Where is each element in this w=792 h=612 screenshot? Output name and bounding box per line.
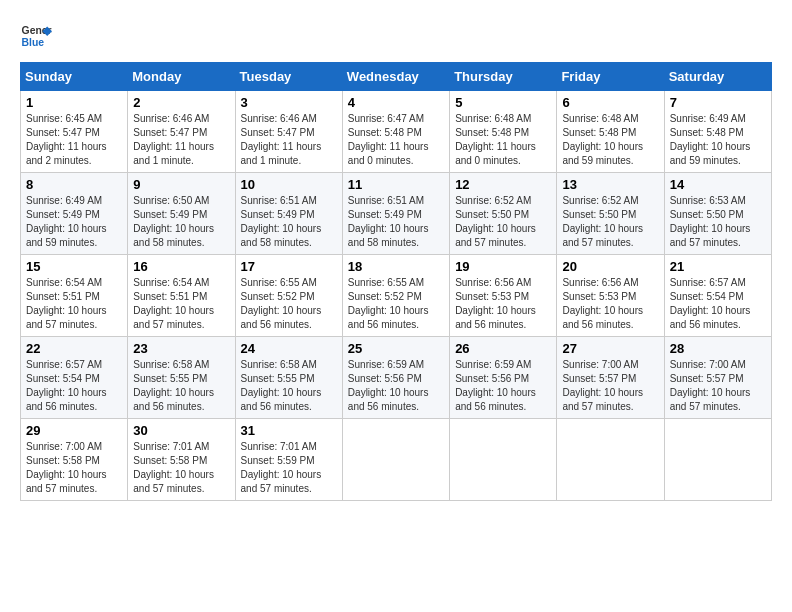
day-info: Sunrise: 6:52 AMSunset: 5:50 PMDaylight:… — [562, 194, 658, 250]
day-number: 19 — [455, 259, 551, 274]
day-number: 11 — [348, 177, 444, 192]
day-number: 31 — [241, 423, 337, 438]
calendar-cell: 20Sunrise: 6:56 AMSunset: 5:53 PMDayligh… — [557, 255, 664, 337]
calendar-cell: 30Sunrise: 7:01 AMSunset: 5:58 PMDayligh… — [128, 419, 235, 501]
day-number: 1 — [26, 95, 122, 110]
weekday-header-tuesday: Tuesday — [235, 63, 342, 91]
page-header: General Blue — [20, 20, 772, 52]
calendar-cell: 23Sunrise: 6:58 AMSunset: 5:55 PMDayligh… — [128, 337, 235, 419]
day-info: Sunrise: 6:58 AMSunset: 5:55 PMDaylight:… — [241, 358, 337, 414]
logo: General Blue — [20, 20, 52, 52]
calendar-cell: 21Sunrise: 6:57 AMSunset: 5:54 PMDayligh… — [664, 255, 771, 337]
calendar-cell — [664, 419, 771, 501]
calendar-cell: 10Sunrise: 6:51 AMSunset: 5:49 PMDayligh… — [235, 173, 342, 255]
day-info: Sunrise: 6:50 AMSunset: 5:49 PMDaylight:… — [133, 194, 229, 250]
day-number: 4 — [348, 95, 444, 110]
day-number: 24 — [241, 341, 337, 356]
day-number: 20 — [562, 259, 658, 274]
calendar-cell: 28Sunrise: 7:00 AMSunset: 5:57 PMDayligh… — [664, 337, 771, 419]
calendar-cell: 29Sunrise: 7:00 AMSunset: 5:58 PMDayligh… — [21, 419, 128, 501]
calendar-cell — [557, 419, 664, 501]
calendar-cell: 7Sunrise: 6:49 AMSunset: 5:48 PMDaylight… — [664, 91, 771, 173]
day-info: Sunrise: 6:51 AMSunset: 5:49 PMDaylight:… — [348, 194, 444, 250]
day-number: 5 — [455, 95, 551, 110]
day-info: Sunrise: 7:00 AMSunset: 5:57 PMDaylight:… — [562, 358, 658, 414]
day-number: 8 — [26, 177, 122, 192]
calendar-cell: 5Sunrise: 6:48 AMSunset: 5:48 PMDaylight… — [450, 91, 557, 173]
calendar-table: SundayMondayTuesdayWednesdayThursdayFrid… — [20, 62, 772, 501]
day-info: Sunrise: 6:46 AMSunset: 5:47 PMDaylight:… — [133, 112, 229, 168]
weekday-header-wednesday: Wednesday — [342, 63, 449, 91]
calendar-week-3: 15Sunrise: 6:54 AMSunset: 5:51 PMDayligh… — [21, 255, 772, 337]
day-number: 16 — [133, 259, 229, 274]
day-info: Sunrise: 7:00 AMSunset: 5:57 PMDaylight:… — [670, 358, 766, 414]
calendar-cell — [342, 419, 449, 501]
day-number: 17 — [241, 259, 337, 274]
day-number: 6 — [562, 95, 658, 110]
calendar-cell: 2Sunrise: 6:46 AMSunset: 5:47 PMDaylight… — [128, 91, 235, 173]
day-info: Sunrise: 6:45 AMSunset: 5:47 PMDaylight:… — [26, 112, 122, 168]
weekday-header-sunday: Sunday — [21, 63, 128, 91]
calendar-cell: 11Sunrise: 6:51 AMSunset: 5:49 PMDayligh… — [342, 173, 449, 255]
day-number: 28 — [670, 341, 766, 356]
calendar-cell: 12Sunrise: 6:52 AMSunset: 5:50 PMDayligh… — [450, 173, 557, 255]
day-info: Sunrise: 6:51 AMSunset: 5:49 PMDaylight:… — [241, 194, 337, 250]
calendar-cell: 13Sunrise: 6:52 AMSunset: 5:50 PMDayligh… — [557, 173, 664, 255]
weekday-header-saturday: Saturday — [664, 63, 771, 91]
calendar-cell: 27Sunrise: 7:00 AMSunset: 5:57 PMDayligh… — [557, 337, 664, 419]
day-info: Sunrise: 6:49 AMSunset: 5:49 PMDaylight:… — [26, 194, 122, 250]
day-info: Sunrise: 6:54 AMSunset: 5:51 PMDaylight:… — [26, 276, 122, 332]
weekday-header-thursday: Thursday — [450, 63, 557, 91]
day-info: Sunrise: 6:59 AMSunset: 5:56 PMDaylight:… — [455, 358, 551, 414]
day-number: 29 — [26, 423, 122, 438]
calendar-cell: 3Sunrise: 6:46 AMSunset: 5:47 PMDaylight… — [235, 91, 342, 173]
calendar-cell: 9Sunrise: 6:50 AMSunset: 5:49 PMDaylight… — [128, 173, 235, 255]
calendar-cell: 24Sunrise: 6:58 AMSunset: 5:55 PMDayligh… — [235, 337, 342, 419]
day-info: Sunrise: 6:54 AMSunset: 5:51 PMDaylight:… — [133, 276, 229, 332]
day-info: Sunrise: 6:56 AMSunset: 5:53 PMDaylight:… — [562, 276, 658, 332]
calendar-week-2: 8Sunrise: 6:49 AMSunset: 5:49 PMDaylight… — [21, 173, 772, 255]
day-number: 14 — [670, 177, 766, 192]
day-number: 3 — [241, 95, 337, 110]
day-number: 12 — [455, 177, 551, 192]
calendar-cell: 17Sunrise: 6:55 AMSunset: 5:52 PMDayligh… — [235, 255, 342, 337]
calendar-week-5: 29Sunrise: 7:00 AMSunset: 5:58 PMDayligh… — [21, 419, 772, 501]
calendar-cell: 1Sunrise: 6:45 AMSunset: 5:47 PMDaylight… — [21, 91, 128, 173]
calendar-cell: 26Sunrise: 6:59 AMSunset: 5:56 PMDayligh… — [450, 337, 557, 419]
calendar-cell — [450, 419, 557, 501]
svg-text:Blue: Blue — [22, 37, 45, 48]
day-number: 25 — [348, 341, 444, 356]
calendar-week-4: 22Sunrise: 6:57 AMSunset: 5:54 PMDayligh… — [21, 337, 772, 419]
day-number: 13 — [562, 177, 658, 192]
weekday-header-friday: Friday — [557, 63, 664, 91]
calendar-cell: 8Sunrise: 6:49 AMSunset: 5:49 PMDaylight… — [21, 173, 128, 255]
day-number: 21 — [670, 259, 766, 274]
day-info: Sunrise: 6:48 AMSunset: 5:48 PMDaylight:… — [455, 112, 551, 168]
day-info: Sunrise: 6:47 AMSunset: 5:48 PMDaylight:… — [348, 112, 444, 168]
calendar-cell: 15Sunrise: 6:54 AMSunset: 5:51 PMDayligh… — [21, 255, 128, 337]
day-info: Sunrise: 6:57 AMSunset: 5:54 PMDaylight:… — [670, 276, 766, 332]
calendar-cell: 31Sunrise: 7:01 AMSunset: 5:59 PMDayligh… — [235, 419, 342, 501]
calendar-cell: 4Sunrise: 6:47 AMSunset: 5:48 PMDaylight… — [342, 91, 449, 173]
calendar-cell: 16Sunrise: 6:54 AMSunset: 5:51 PMDayligh… — [128, 255, 235, 337]
day-number: 30 — [133, 423, 229, 438]
day-number: 7 — [670, 95, 766, 110]
day-number: 18 — [348, 259, 444, 274]
day-number: 23 — [133, 341, 229, 356]
day-number: 10 — [241, 177, 337, 192]
day-info: Sunrise: 6:57 AMSunset: 5:54 PMDaylight:… — [26, 358, 122, 414]
day-info: Sunrise: 6:56 AMSunset: 5:53 PMDaylight:… — [455, 276, 551, 332]
calendar-cell: 14Sunrise: 6:53 AMSunset: 5:50 PMDayligh… — [664, 173, 771, 255]
calendar-week-1: 1Sunrise: 6:45 AMSunset: 5:47 PMDaylight… — [21, 91, 772, 173]
day-info: Sunrise: 6:53 AMSunset: 5:50 PMDaylight:… — [670, 194, 766, 250]
day-info: Sunrise: 6:59 AMSunset: 5:56 PMDaylight:… — [348, 358, 444, 414]
day-info: Sunrise: 6:46 AMSunset: 5:47 PMDaylight:… — [241, 112, 337, 168]
day-number: 2 — [133, 95, 229, 110]
day-info: Sunrise: 7:01 AMSunset: 5:58 PMDaylight:… — [133, 440, 229, 496]
weekday-header-monday: Monday — [128, 63, 235, 91]
day-info: Sunrise: 6:55 AMSunset: 5:52 PMDaylight:… — [241, 276, 337, 332]
calendar-cell: 19Sunrise: 6:56 AMSunset: 5:53 PMDayligh… — [450, 255, 557, 337]
day-number: 22 — [26, 341, 122, 356]
day-number: 9 — [133, 177, 229, 192]
day-number: 27 — [562, 341, 658, 356]
